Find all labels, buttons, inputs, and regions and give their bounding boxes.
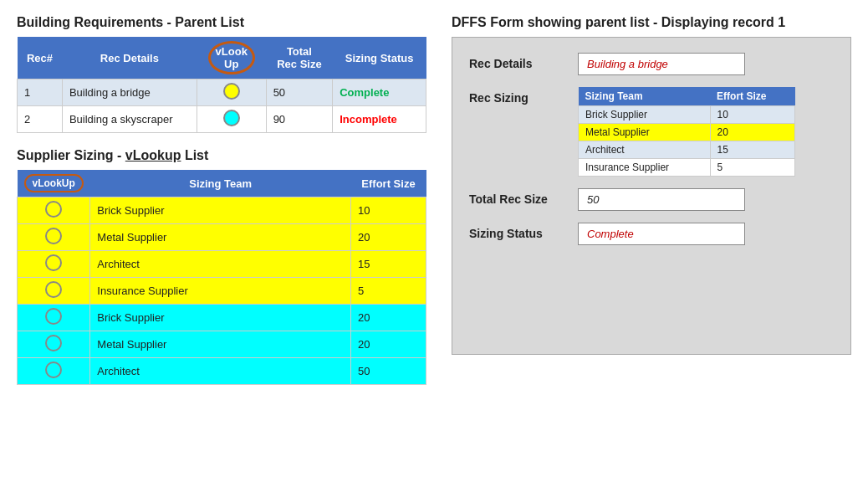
supplier-team: Insurance Supplier xyxy=(90,278,351,305)
supplier-circle xyxy=(18,358,90,385)
sizing-status-value[interactable]: Complete xyxy=(578,223,745,245)
circle-yellow-icon xyxy=(45,201,62,218)
rec-sizing-team: Metal Supplier xyxy=(579,124,711,141)
supplier-header-team: Sizing Team xyxy=(90,170,351,197)
left-panel: Building Requirements - Parent List Rec#… xyxy=(17,15,426,385)
total-rec-size-row: Total Rec Size 50 xyxy=(469,188,834,211)
supplier-circle xyxy=(18,197,90,224)
rec-sizing-row: Rec Sizing Sizing Team Effort Size Brick… xyxy=(469,87,834,177)
parent-vlookup-circle xyxy=(197,106,266,133)
supplier-team: Brick Supplier xyxy=(90,305,351,331)
vlookup-circle-icon: vLookUp xyxy=(208,41,255,74)
supplier-team: Metal Supplier xyxy=(90,224,351,251)
supplier-effort: 10 xyxy=(351,197,426,224)
rec-details-row: Rec Details Building a bridge xyxy=(469,53,834,75)
sizing-status-label: Sizing Status xyxy=(469,223,578,240)
rec-sizing-table: Sizing Team Effort Size Brick Supplier 1… xyxy=(578,87,795,177)
parent-header-vlookup: vLookUp xyxy=(197,37,266,79)
parent-header-details: Rec Details xyxy=(62,37,197,79)
parent-rec-num: 1 xyxy=(18,79,63,106)
circle-yellow-icon xyxy=(45,254,62,271)
supplier-team: Metal Supplier xyxy=(90,331,351,358)
circle-cyan-icon xyxy=(45,335,62,351)
circle-cyan-icon xyxy=(45,308,62,325)
vlookup-oval-icon: vLookUp xyxy=(24,174,84,192)
parent-status: Complete xyxy=(333,79,426,106)
rec-sizing-team: Architect xyxy=(579,141,711,159)
rec-details-value[interactable]: Building a bridge xyxy=(578,53,745,75)
supplier-effort: 5 xyxy=(351,278,426,305)
parent-header-total: TotalRec Size xyxy=(266,37,333,79)
dffs-form: Rec Details Building a bridge Rec Sizing… xyxy=(452,37,851,355)
supplier-section: Supplier Sizing - vLookup List vLookUp S… xyxy=(17,148,426,385)
parent-total: 90 xyxy=(266,106,333,133)
parent-status: Incomplete xyxy=(333,106,426,133)
parent-header-status: Sizing Status xyxy=(333,37,426,79)
sizing-status-row: Sizing Status Complete xyxy=(469,223,834,245)
vlookup-underline-text: vLookup xyxy=(125,148,181,162)
rec-details-label: Rec Details xyxy=(469,53,578,70)
supplier-table: vLookUp Sizing Team Effort Size Brick Su… xyxy=(17,170,426,385)
supplier-circle xyxy=(18,224,90,251)
right-panel: DFFS Form showing parent list - Displayi… xyxy=(452,15,851,385)
parent-table: Rec# Rec Details vLookUp TotalRec Size S… xyxy=(17,37,426,133)
circle-yellow-icon xyxy=(45,228,62,244)
circle-yellow-icon xyxy=(223,83,240,100)
parent-rec-details: Building a skyscraper xyxy=(62,106,197,133)
rec-sizing-team: Insurance Supplier xyxy=(579,159,711,177)
supplier-list-title: Supplier Sizing - vLookup List xyxy=(17,148,426,163)
parent-header-rec: Rec# xyxy=(18,37,63,79)
parent-rec-num: 2 xyxy=(18,106,63,133)
parent-list-title: Building Requirements - Parent List xyxy=(17,15,426,30)
rec-sizing-header-effort: Effort Size xyxy=(710,87,794,106)
circle-cyan-icon xyxy=(45,362,62,378)
circle-cyan-icon xyxy=(223,110,240,126)
parent-vlookup-circle xyxy=(197,79,266,106)
total-rec-size-label: Total Rec Size xyxy=(469,188,578,206)
supplier-effort: 20 xyxy=(351,305,426,331)
parent-total: 50 xyxy=(266,79,333,106)
supplier-header-vlookup: vLookUp xyxy=(18,170,90,197)
total-rec-size-value[interactable]: 50 xyxy=(578,188,745,211)
rec-sizing-team: Brick Supplier xyxy=(579,106,711,124)
rec-sizing-header-team: Sizing Team xyxy=(579,87,711,106)
supplier-circle xyxy=(18,278,90,305)
rec-sizing-effort: 15 xyxy=(710,141,794,159)
circle-yellow-icon xyxy=(45,281,62,298)
rec-sizing-effort: 20 xyxy=(710,124,794,141)
supplier-header-effort: Effort Size xyxy=(351,170,426,197)
supplier-circle xyxy=(18,251,90,278)
supplier-effort: 50 xyxy=(351,358,426,385)
rec-sizing-effort: 5 xyxy=(710,159,794,177)
rec-sizing-label: Rec Sizing xyxy=(469,87,578,105)
supplier-effort: 15 xyxy=(351,251,426,278)
supplier-team: Architect xyxy=(90,251,351,278)
parent-rec-details: Building a bridge xyxy=(62,79,197,106)
supplier-effort: 20 xyxy=(351,331,426,358)
supplier-circle xyxy=(18,331,90,358)
supplier-team: Architect xyxy=(90,358,351,385)
supplier-effort: 20 xyxy=(351,224,426,251)
supplier-circle xyxy=(18,305,90,331)
supplier-team: Brick Supplier xyxy=(90,197,351,224)
dffs-title: DFFS Form showing parent list - Displayi… xyxy=(452,15,851,30)
rec-sizing-effort: 10 xyxy=(710,106,794,124)
